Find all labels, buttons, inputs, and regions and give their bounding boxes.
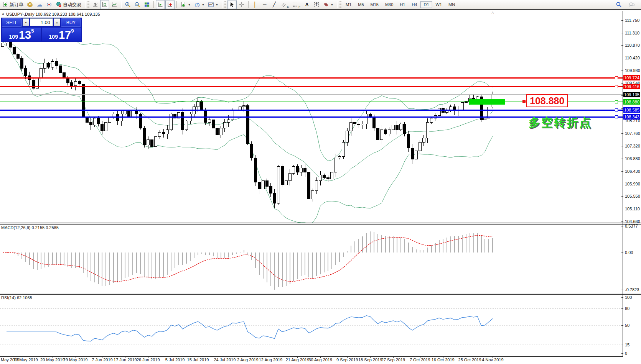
macd-axis-label: 0.5377 [625, 224, 638, 228]
toolbar-group [91, 0, 119, 9]
price-tick-label: 106.430 [625, 169, 640, 174]
hline-price-label[interactable]: 109.416 [623, 84, 640, 89]
price-tick-mark [621, 71, 623, 71]
cursor-button[interactable] [227, 0, 237, 9]
horizontal-line-button[interactable]: ─ [260, 0, 269, 9]
timeframe-button-m15[interactable]: M15 [367, 1, 382, 8]
buy-price-display[interactable]: 109 17 9 [42, 28, 81, 41]
price-text-label[interactable]: 108.880 [526, 94, 568, 107]
timeframe-button-m1[interactable]: M1 [343, 1, 354, 8]
zoom-in-button[interactable] [123, 0, 132, 9]
rsi-axis-label: 80 [625, 306, 629, 311]
vertical-line-button[interactable]: │ [250, 0, 260, 9]
candlestick-chart-button[interactable] [100, 0, 109, 9]
date-tick-mark [271, 357, 271, 358]
price-tick-mark [621, 146, 623, 146]
rsi-tick-mark [621, 297, 623, 298]
chat-button[interactable] [627, 0, 636, 9]
chart-shift-marker-icon[interactable]: △ [491, 11, 494, 15]
macd-pane[interactable] [0, 225, 623, 293]
hline-endpoint-handle[interactable] [615, 100, 618, 103]
trendline-button[interactable]: ╱ [270, 0, 279, 9]
periods-button[interactable]: ◷▼ [193, 0, 206, 9]
channel-icon [281, 2, 287, 8]
text-label-button[interactable]: T [312, 0, 321, 9]
hline-price-label[interactable]: 108.585 [623, 107, 640, 113]
date-tick-mark [493, 357, 493, 358]
rsi-indicator-label: RSI(14) 62.1065 [1, 295, 32, 300]
arrows-button[interactable]: ▼ [321, 0, 335, 9]
search-button[interactable] [614, 0, 623, 9]
price-tick-mark [621, 20, 623, 21]
tile-windows-button[interactable] [142, 0, 152, 9]
chat-icon [629, 2, 635, 8]
collapse-trade-panel-icon[interactable]: ▲ [2, 12, 5, 15]
hline-endpoint-handle[interactable] [615, 115, 618, 118]
date-tick-mark [76, 357, 76, 358]
timeframe-button-h1[interactable]: H1 [397, 1, 408, 8]
hline-endpoint-handle[interactable] [615, 76, 618, 79]
community-button[interactable]: ☁ [35, 0, 44, 9]
profiles-button[interactable] [25, 0, 35, 9]
cursor-icon [229, 2, 235, 8]
autotrading-button[interactable]: 自动交易 [54, 0, 83, 9]
rsi-axis-label: 100 [625, 295, 632, 300]
hline-price-label[interactable]: 108.880 [623, 99, 640, 105]
date-tick-mark [125, 357, 125, 358]
timeframe-button-m30[interactable]: M30 [382, 1, 396, 8]
dropdown-caret-icon: ▼ [331, 3, 333, 6]
hline-price-label[interactable]: 109.724 [623, 75, 640, 80]
zoom-out-button[interactable] [133, 0, 142, 9]
sell-price-pips: 13 [19, 30, 31, 41]
toolbar-group [123, 0, 152, 9]
templates-button[interactable]: ▼ [206, 0, 220, 9]
line-chart-button[interactable] [110, 0, 119, 9]
hline-endpoint-handle[interactable] [615, 108, 618, 111]
volume-increase-button[interactable]: ▲ [54, 18, 60, 26]
toolbar-separator [85, 1, 85, 8]
date-tick-mark [148, 357, 148, 358]
signals-button[interactable] [44, 0, 54, 9]
bar-chart-button[interactable] [91, 0, 100, 9]
price-tick-mark [621, 58, 623, 58]
hline-price-label[interactable]: 108.343 [623, 114, 640, 120]
date-tick-mark [347, 357, 348, 358]
community-icon: ☁ [36, 2, 43, 8]
hline-icon: ─ [262, 2, 268, 8]
chinese-annotation[interactable]: 多空转折点 [529, 115, 592, 131]
date-tick-mark [248, 357, 248, 358]
macd-chart-svg[interactable] [0, 225, 623, 293]
auto-scroll-button[interactable] [156, 0, 165, 9]
rsi-tick-mark [621, 325, 623, 326]
timeframe-button-mn[interactable]: MN [445, 1, 458, 8]
price-tick-label: 110.420 [625, 56, 640, 60]
hline-endpoint-handle[interactable] [615, 85, 618, 88]
equidistant-channel-button[interactable]: E [279, 0, 290, 9]
price-tick-mark [621, 33, 623, 33]
signals-icon [46, 2, 52, 8]
volume-decrease-button[interactable]: ▼ [23, 18, 29, 26]
chart-shift-button[interactable] [165, 0, 175, 9]
timeframe-button-d1[interactable]: D1 [420, 1, 432, 8]
fibonacci-button[interactable]: F [291, 0, 302, 9]
rsi-chart-svg[interactable] [0, 295, 623, 356]
channel-sub-label: E [287, 5, 289, 8]
rsi-pane[interactable] [0, 295, 623, 357]
price-tick-mark [621, 209, 623, 209]
indicators-button[interactable]: ▼ [179, 0, 192, 9]
sell-button[interactable]: SELL [2, 18, 22, 27]
text-button[interactable]: A [302, 0, 311, 9]
toolbar-button-label: 新订单 [10, 2, 23, 8]
new-order-button[interactable]: 新订单 [1, 0, 25, 9]
timeframe-button-h4[interactable]: H4 [409, 1, 420, 8]
crosshair-button[interactable] [237, 0, 246, 9]
chart-shift-icon [167, 2, 173, 8]
sell-price-display[interactable]: 109 13 5 [2, 28, 41, 41]
price-tick-mark [621, 133, 623, 134]
highlight-rectangle[interactable] [469, 99, 505, 105]
timeframe-button-m5[interactable]: M5 [355, 1, 367, 8]
timeframe-button-w1[interactable]: W1 [433, 1, 445, 8]
label-anchor-square[interactable] [522, 100, 526, 103]
volume-input[interactable]: 1.00 [30, 18, 53, 26]
price-tick-label: 106.880 [625, 156, 640, 161]
